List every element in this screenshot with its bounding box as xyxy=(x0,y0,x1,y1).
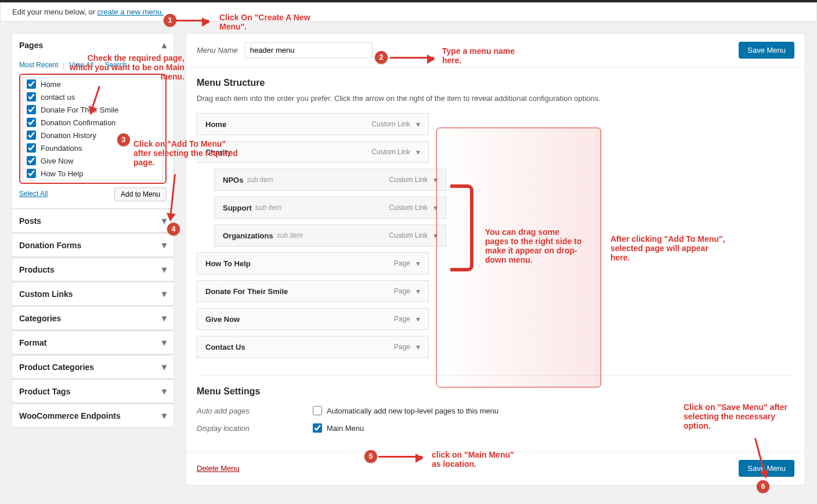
page-item-label: Donation Confirmation xyxy=(41,118,115,127)
caret-down-icon: ▾ xyxy=(416,314,420,324)
accordion-header[interactable]: Custom Links▾ xyxy=(12,282,173,305)
menu-item-title: Contact Us xyxy=(205,343,245,351)
accordion-header[interactable]: Product Tags▾ xyxy=(12,379,173,403)
arrow-icon xyxy=(390,57,434,59)
page-list[interactable]: Homecontact usDonate For Their SmileDona… xyxy=(23,77,163,180)
page-checkbox[interactable] xyxy=(27,156,36,165)
red-bracket xyxy=(450,184,473,271)
menu-item-title: Support xyxy=(223,204,252,212)
main-menu-checkbox[interactable] xyxy=(313,423,322,433)
caret-down-icon: ▾ xyxy=(162,240,167,251)
page-item-label: Give Now xyxy=(41,157,73,165)
menu-item-type: Custom Link xyxy=(371,120,410,128)
arrow-icon xyxy=(174,20,209,21)
save-menu-button-top[interactable]: Save Menu xyxy=(739,42,794,59)
edit-notice: Edit your menu below, or create a new me… xyxy=(0,2,817,21)
accordion-header[interactable]: Product Categories▾ xyxy=(12,355,173,378)
accordion-header[interactable]: Posts▾ xyxy=(12,209,173,232)
accordion-header[interactable]: WooCommerce Endpoints▾ xyxy=(12,404,173,427)
page-item[interactable]: Give Now xyxy=(23,154,162,167)
page-checkbox[interactable] xyxy=(27,105,36,114)
page-item-label: Donation History xyxy=(41,131,96,140)
menu-item-type: Custom Link xyxy=(389,204,428,212)
accordion-pages[interactable]: Pages ▴ xyxy=(12,34,173,56)
accordion-label: WooCommerce Endpoints xyxy=(19,411,121,420)
caret-down-icon: ▾ xyxy=(416,119,420,129)
accordion-label: Posts xyxy=(19,216,41,226)
accordion-label: Format xyxy=(19,338,46,347)
menu-settings-title: Menu Settings xyxy=(197,386,794,397)
add-to-menu-button[interactable]: Add to Menu xyxy=(114,187,167,201)
arrow-icon xyxy=(378,456,422,458)
menu-item-title: How To Help xyxy=(205,259,251,268)
page-item-label: Home xyxy=(41,80,61,89)
menu-item-title: Home xyxy=(205,120,226,129)
page-item[interactable]: Donation Confirmation xyxy=(23,116,162,129)
accordion-header[interactable]: Products▾ xyxy=(12,258,173,281)
sub-item-tag: sub item xyxy=(255,204,281,212)
edit-notice-prefix: Edit your menu below, or xyxy=(12,8,97,16)
page-checkbox[interactable] xyxy=(27,118,36,127)
page-checkbox[interactable] xyxy=(27,130,36,140)
display-location-label: Display location xyxy=(197,424,313,433)
page-item[interactable]: How To Help xyxy=(23,167,162,180)
anno-badge-2: 2 xyxy=(375,51,388,64)
caret-down-icon: ▾ xyxy=(162,410,167,421)
menu-item[interactable]: Give NowPage▾ xyxy=(197,308,429,330)
accordion-header[interactable]: Format▾ xyxy=(12,331,173,354)
menu-item[interactable]: How To HelpPage▾ xyxy=(197,252,429,274)
menu-item[interactable]: NPOssub itemCustom Link▾ xyxy=(214,169,446,191)
caret-down-icon: ▾ xyxy=(162,386,167,397)
page-checkbox[interactable] xyxy=(27,79,36,89)
page-item[interactable]: contact us xyxy=(23,90,162,103)
menu-item-title: NPOs xyxy=(223,176,243,184)
menu-item[interactable]: Contact UsPage▾ xyxy=(197,336,429,358)
accordion-label: Products xyxy=(19,265,55,274)
menu-item[interactable]: HomeCustom Link▾ xyxy=(197,113,429,135)
accordion-label: Donation Forms xyxy=(19,241,81,250)
tab-most-recent[interactable]: Most Recent xyxy=(19,61,58,69)
menu-item-title: Organizations xyxy=(223,231,273,240)
menu-item[interactable]: Organizationssub itemCustom Link▾ xyxy=(214,224,446,246)
accordion-header[interactable]: Donation Forms▾ xyxy=(12,233,173,256)
page-item[interactable]: Foundations xyxy=(23,142,162,154)
caret-down-icon: ▾ xyxy=(416,342,420,351)
accordion-header[interactable]: Categories▾ xyxy=(12,306,173,329)
page-item[interactable]: Donation History xyxy=(23,129,162,142)
menu-name-label: Menu Name xyxy=(197,46,238,55)
menu-item-title: Charity xyxy=(205,148,232,157)
page-item[interactable]: Home xyxy=(23,78,162,90)
anno-badge-5: 5 xyxy=(364,450,377,463)
page-item-label: Foundations xyxy=(41,144,82,153)
delete-menu-link[interactable]: Delete Menu xyxy=(197,464,240,473)
caret-down-icon: ▾ xyxy=(162,361,167,372)
tab-view-all[interactable]: View All xyxy=(69,61,93,69)
menu-item[interactable]: Donate For Their SmilePage▾ xyxy=(197,280,429,302)
menu-item[interactable]: CharityCustom Link▾ xyxy=(197,141,429,163)
caret-down-icon: ▾ xyxy=(162,337,167,348)
menu-item-type: Page xyxy=(394,343,410,351)
page-checkbox[interactable] xyxy=(27,143,36,153)
accordion-label: Product Categories xyxy=(19,362,94,372)
anno-badge-3: 3 xyxy=(117,133,130,146)
sub-item-tag: sub item xyxy=(247,176,273,184)
page-checkbox[interactable] xyxy=(27,92,36,101)
menu-item-type: Page xyxy=(394,315,410,323)
auto-add-text: Automatically add new top-level pages to… xyxy=(327,407,498,415)
menu-name-input[interactable] xyxy=(245,42,373,58)
caret-down-icon: ▾ xyxy=(416,147,420,157)
menu-item[interactable]: Supportsub itemCustom Link▾ xyxy=(214,197,446,219)
select-all-link[interactable]: Select All xyxy=(19,190,48,198)
tab-search[interactable]: Search xyxy=(104,61,126,69)
sub-item-tag: sub item xyxy=(277,231,303,240)
accordion-label: Custom Links xyxy=(19,289,73,299)
menu-item-type: Custom Link xyxy=(371,148,410,156)
page-item-label: contact us xyxy=(41,93,75,101)
caret-down-icon: ▾ xyxy=(162,313,167,324)
anno-badge-6: 6 xyxy=(757,480,769,493)
page-checkbox[interactable] xyxy=(27,169,36,178)
auto-add-checkbox[interactable] xyxy=(313,406,322,415)
display-location-text: Main Menu xyxy=(327,424,364,433)
create-new-menu-link[interactable]: create a new menu. xyxy=(97,8,164,16)
accordion-label: Categories xyxy=(19,314,61,323)
